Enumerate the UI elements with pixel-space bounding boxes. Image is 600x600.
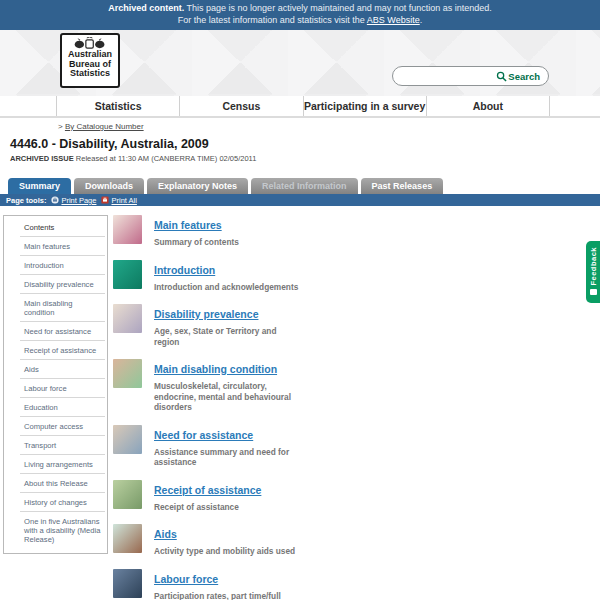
- section-description: Summary of contents: [154, 237, 299, 248]
- sidebar-item-need-for-assistance[interactable]: Need for assistance: [4, 322, 107, 341]
- sidebar-item-computer-access[interactable]: Computer access: [4, 417, 107, 436]
- feedback-speech-icon: [590, 289, 597, 295]
- sidebar-item-main-features[interactable]: Main features: [4, 237, 107, 256]
- group-of-people-photo: [113, 304, 142, 333]
- sidebar-item-disability-prevalence[interactable]: Disability prevalence: [4, 275, 107, 294]
- main-nav: StatisticsCensusParticipating in a surve…: [0, 96, 600, 118]
- section-item: Disability prevalence Age, sex, State or…: [113, 304, 373, 347]
- page-title: 4446.0 - Disability, Australia, 2009: [10, 137, 600, 151]
- section-item: Main disabling condition Musculoskeletal…: [113, 359, 373, 413]
- search-button-label: Search: [508, 71, 540, 82]
- page-tools-label: Page tools:: [6, 196, 46, 205]
- sidebar-item-receipt-of-assistance[interactable]: Receipt of assistance: [4, 341, 107, 360]
- tab-related-information[interactable]: Related Information: [251, 178, 358, 194]
- helping-hands-photo: [113, 425, 142, 454]
- section-link-receipt-of-assistance[interactable]: Receipt of assistance: [154, 484, 261, 496]
- feedback-tab[interactable]: Feedback: [586, 241, 600, 303]
- sidebar-item-living-arrangements[interactable]: Living arrangements: [4, 455, 107, 474]
- site-header: Australian Bureau of Statistics Search: [0, 30, 600, 96]
- section-link-disability-prevalence[interactable]: Disability prevalence: [154, 308, 258, 320]
- content-area: Contents Main featuresIntroductionDisabi…: [0, 206, 600, 600]
- section-item: Receipt of assistance Receipt of assista…: [113, 480, 373, 513]
- abs-website-link[interactable]: ABS Website: [367, 15, 420, 25]
- nav-item-participating-in-a-survey[interactable]: Participating in a survey: [304, 96, 427, 116]
- sidebar-item-labour-force[interactable]: Labour force: [4, 379, 107, 398]
- section-link-labour-force[interactable]: Labour force: [154, 573, 218, 585]
- sidebar-header: Contents: [4, 218, 107, 237]
- released-text: Released at 11:30 AM (CANBERRA TIME) 02/…: [74, 154, 257, 163]
- carers-outdoors-photo: [113, 480, 142, 509]
- tab-bar: SummaryDownloadsExplanatory NotesRelated…: [8, 178, 600, 194]
- person-green-photo: [113, 260, 142, 289]
- tab-summary[interactable]: Summary: [8, 178, 71, 194]
- logo-text-line3: Statistics: [68, 69, 112, 79]
- banner-rest-text: This page is no longer actively maintain…: [184, 3, 492, 13]
- section-list: Main features Summary of contents Introd…: [113, 215, 373, 600]
- print-page-link[interactable]: Print Page: [51, 196, 96, 205]
- hand-photo: [113, 524, 142, 553]
- sidebar-item-transport[interactable]: Transport: [4, 436, 107, 455]
- abs-logo[interactable]: Australian Bureau of Statistics: [60, 33, 120, 88]
- section-description: Musculoskeletal, circulatory, endocrine,…: [154, 381, 299, 413]
- sidebar-item-education[interactable]: Education: [4, 398, 107, 417]
- search-box: Search: [392, 66, 549, 86]
- feedback-label: Feedback: [589, 247, 598, 286]
- section-description: Receipt of assistance: [154, 502, 299, 513]
- print-all-link[interactable]: Print All: [101, 196, 136, 205]
- banner-line1: Archived content. This page is no longer…: [0, 3, 600, 15]
- release-info: ARCHIVED ISSUE Released at 11:30 AM (CAN…: [10, 154, 600, 163]
- search-icon: [496, 71, 507, 82]
- section-item: Aids Activity type and mobility aids use…: [113, 524, 373, 557]
- contents-sidebar: Contents Main featuresIntroductionDisabi…: [3, 215, 108, 554]
- sidebar-item-introduction[interactable]: Introduction: [4, 256, 107, 275]
- sidebar-item-aids[interactable]: Aids: [4, 360, 107, 379]
- page-tools-bar: Page tools: Print Page Print All: [0, 194, 600, 206]
- sidebar-list: Main featuresIntroductionDisability prev…: [4, 237, 107, 549]
- section-link-main-features[interactable]: Main features: [154, 219, 222, 231]
- section-item: Main features Summary of contents: [113, 215, 373, 248]
- nav-spacer: [0, 96, 57, 116]
- nav-item-census[interactable]: Census: [180, 96, 303, 116]
- section-item: Introduction Introduction and acknowledg…: [113, 260, 373, 293]
- sidebar-item-history-of-changes[interactable]: History of changes: [4, 493, 107, 512]
- section-item: Labour force Participation rates, part t…: [113, 569, 373, 600]
- breadcrumb: > By Catalogue Number: [58, 122, 600, 131]
- tab-past-releases[interactable]: Past Releases: [361, 178, 444, 194]
- nav-item-about[interactable]: About: [427, 96, 550, 116]
- sidebar-item-one-in-five-australians-with-a-disabilit[interactable]: One in five Australians with a disabilit…: [4, 512, 107, 549]
- tab-explanatory-notes[interactable]: Explanatory Notes: [147, 178, 248, 194]
- neck-shoulder-photo: [113, 359, 142, 388]
- section-description: Introduction and acknowledgements: [154, 282, 299, 293]
- section-description: Activity type and mobility aids used: [154, 546, 299, 557]
- banner-line2: For the latest information and statistic…: [0, 15, 600, 27]
- section-description: Participation rates, part time/full time…: [154, 591, 299, 600]
- banner-bold-text: Archived content.: [108, 3, 184, 13]
- sidebar-item-about-this-release[interactable]: About this Release: [4, 474, 107, 493]
- nav-item-statistics[interactable]: Statistics: [57, 96, 180, 116]
- section-link-introduction[interactable]: Introduction: [154, 264, 215, 276]
- search-input[interactable]: [393, 71, 496, 81]
- section-link-aids[interactable]: Aids: [154, 528, 177, 540]
- print-all-icon: [101, 196, 109, 204]
- tab-downloads[interactable]: Downloads: [74, 178, 144, 194]
- print-page-icon: [51, 196, 59, 204]
- crowd-photo: [113, 569, 142, 598]
- section-description: Age, sex, State or Territory and region: [154, 326, 299, 347]
- section-link-main-disabling-condition[interactable]: Main disabling condition: [154, 363, 277, 375]
- section-link-need-for-assistance[interactable]: Need for assistance: [154, 429, 253, 441]
- woman-pink-photo: [113, 215, 142, 244]
- archived-content-banner: Archived content. This page is no longer…: [0, 0, 600, 30]
- section-description: Assistance summary and need for assistan…: [154, 447, 299, 468]
- section-item: Need for assistance Assistance summary a…: [113, 425, 373, 468]
- archived-issue-label: ARCHIVED ISSUE: [10, 154, 74, 163]
- nav-items: StatisticsCensusParticipating in a surve…: [57, 96, 550, 116]
- breadcrumb-catalogue-link[interactable]: By Catalogue Number: [65, 122, 144, 131]
- sidebar-item-main-disabling-condition[interactable]: Main disabling condition: [4, 294, 107, 322]
- search-button[interactable]: Search: [496, 71, 540, 82]
